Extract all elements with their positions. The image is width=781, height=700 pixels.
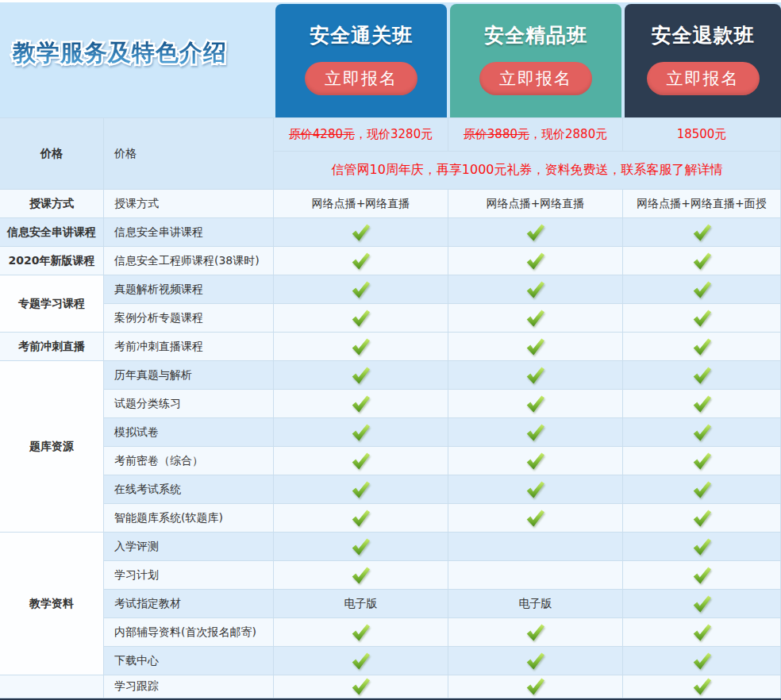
check-icon xyxy=(691,251,713,271)
current-price: 现价2880元 xyxy=(541,127,607,142)
check-icon xyxy=(691,594,713,614)
price-cell: 原价3880元，现价2880元 xyxy=(448,118,623,152)
price-cell: 18500元 xyxy=(623,118,781,152)
feature-cell-price: 价格 xyxy=(104,118,274,190)
check-icon xyxy=(525,222,546,243)
check-icon xyxy=(525,337,546,357)
check-icon xyxy=(691,676,713,697)
feature-cell: 信息安全串讲课程 xyxy=(104,218,274,247)
value-cell xyxy=(448,218,623,247)
category-cell: 专题学习课程 xyxy=(0,275,104,333)
value-cell xyxy=(274,418,448,447)
check-icon xyxy=(350,565,371,586)
value-cell xyxy=(274,390,448,418)
check-icon xyxy=(525,422,546,443)
check-icon xyxy=(350,676,371,697)
category-cell: 题库资源 xyxy=(0,361,104,533)
value-cell xyxy=(448,475,623,504)
category-cell xyxy=(0,675,104,698)
feature-cell: 试题分类练习 xyxy=(104,390,274,418)
value-cell xyxy=(623,247,781,275)
category-cell: 授课方式 xyxy=(0,190,104,218)
plan-card-tongguan: 安全通关班 立即报名 xyxy=(275,4,447,117)
feature-cell: 内部辅导资料(首次报名邮寄) xyxy=(104,618,274,647)
category-cell-price: 价格 xyxy=(0,118,104,190)
check-icon xyxy=(350,279,371,300)
check-icon xyxy=(691,394,713,414)
signup-button-tuikuan[interactable]: 立即报名 xyxy=(647,62,760,95)
plan-name: 安全通关班 xyxy=(275,22,447,48)
value-cell xyxy=(623,504,781,533)
check-icon xyxy=(691,222,713,243)
value-cell xyxy=(623,561,781,590)
value-cell xyxy=(623,590,781,618)
check-icon xyxy=(691,308,713,329)
check-icon xyxy=(350,422,371,443)
value-cell xyxy=(448,275,623,304)
value-cell: 网络点播+网络直播 xyxy=(448,190,623,218)
plan-cards: 安全通关班 立即报名 安全精品班 立即报名 安全退款班 立即报名 xyxy=(274,3,781,117)
check-icon xyxy=(525,451,546,471)
value-cell xyxy=(623,675,781,698)
value-cell xyxy=(448,418,623,447)
plan-card-tuikuan: 安全退款班 立即报名 xyxy=(625,4,781,117)
signup-button-tongguan[interactable]: 立即报名 xyxy=(305,62,417,95)
price-cell: 原价4280元，现价3280元 xyxy=(274,118,448,152)
check-icon xyxy=(691,365,713,386)
value-cell xyxy=(274,647,448,675)
feature-cell: 智能题库系统(软题库) xyxy=(104,504,274,533)
check-icon xyxy=(691,622,713,643)
check-icon xyxy=(350,394,371,414)
value-cell xyxy=(623,333,781,361)
check-icon xyxy=(350,251,371,271)
check-icon xyxy=(350,365,371,386)
feature-cell: 在线考试系统 xyxy=(104,475,274,504)
value-cell xyxy=(274,333,448,361)
feature-cell: 学习计划 xyxy=(104,561,274,590)
value-cell: 网络点播+网络直播+面授 xyxy=(623,190,781,218)
course-comparison-page: 教学服务及特色介绍教学服务及特色介绍 安全通关班 立即报名 安全精品班 立即报名… xyxy=(0,0,781,700)
category-cell: 教学资料 xyxy=(0,533,104,675)
signup-button-jingpin[interactable]: 立即报名 xyxy=(479,62,592,95)
current-price: 18500元 xyxy=(677,127,727,142)
value-cell xyxy=(623,361,781,390)
value-cell xyxy=(274,275,448,304)
page-title: 教学服务及特色介绍教学服务及特色介绍 xyxy=(13,37,227,69)
feature-cell: 信息安全工程师课程(38课时) xyxy=(104,247,274,275)
value-cell xyxy=(623,647,781,675)
value-cell xyxy=(274,533,448,561)
check-icon xyxy=(691,451,713,471)
check-icon xyxy=(350,308,371,329)
value-cell xyxy=(448,533,623,561)
value-cell: 电子版 xyxy=(448,590,623,618)
category-cell: 信息安全串讲课程 xyxy=(0,218,104,247)
value-cell xyxy=(448,561,623,590)
check-icon xyxy=(525,365,546,386)
check-icon xyxy=(350,337,371,357)
feature-cell: 考前密卷（综合） xyxy=(104,447,274,475)
value-cell xyxy=(448,618,623,647)
value-cell xyxy=(448,675,623,698)
original-price: 原价3880元 xyxy=(464,127,529,142)
value-cell xyxy=(623,618,781,647)
check-icon xyxy=(691,279,713,300)
value-cell xyxy=(623,390,781,418)
feature-cell: 考前冲刺直播课程 xyxy=(104,333,274,361)
feature-cell: 下载中心 xyxy=(104,647,274,675)
check-icon xyxy=(350,451,371,471)
value-cell xyxy=(274,447,448,475)
check-icon xyxy=(691,537,713,557)
check-icon xyxy=(691,337,713,357)
value-cell xyxy=(274,218,448,247)
promo-banner: 信管网10周年庆，再享1000元礼券，资料免费送，联系客服了解详情 xyxy=(274,152,781,190)
feature-cell: 学习跟踪 xyxy=(104,675,274,698)
value-cell: 网络点播+网络直播 xyxy=(274,190,448,218)
plan-name: 安全退款班 xyxy=(625,22,781,48)
check-icon xyxy=(350,651,371,671)
table-header: 教学服务及特色介绍教学服务及特色介绍 安全通关班 立即报名 安全精品班 立即报名… xyxy=(0,0,781,117)
check-icon xyxy=(350,479,371,500)
value-cell xyxy=(274,304,448,333)
value-cell xyxy=(274,247,448,275)
feature-cell: 入学评测 xyxy=(104,533,274,561)
feature-cell: 案例分析专题课程 xyxy=(104,304,274,333)
